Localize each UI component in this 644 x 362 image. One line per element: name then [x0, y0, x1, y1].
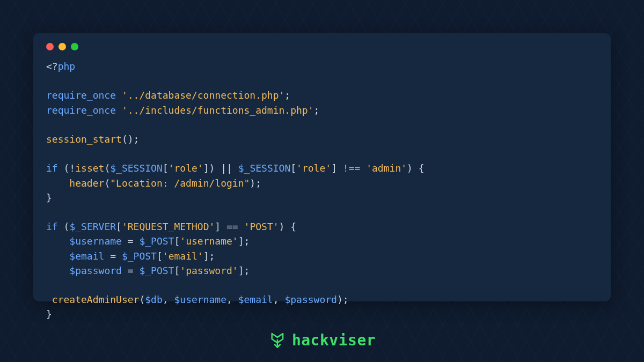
require-keyword: require_once	[46, 105, 116, 116]
if-keyword: if	[46, 162, 58, 174]
require-keyword: require_once	[46, 90, 116, 101]
post-var: $_POST	[139, 235, 174, 247]
password-var: $password	[69, 265, 122, 276]
close-icon[interactable]	[46, 43, 54, 50]
equal-operator: ==	[226, 221, 238, 232]
if-keyword: if	[46, 221, 58, 232]
php-keyword: php	[58, 61, 76, 72]
create-admin-call: createAdminUser	[52, 294, 140, 305]
maximize-icon[interactable]	[71, 43, 78, 50]
post-var: $_POST	[139, 265, 174, 276]
minimize-icon[interactable]	[58, 43, 66, 50]
brand-name: hackviser	[292, 331, 376, 349]
session-var: $_SESSION	[110, 162, 163, 174]
isset-call: isset	[75, 162, 104, 174]
code-block: <?php require_once '../database/connecti…	[46, 59, 598, 322]
not-equal-operator: !==	[343, 162, 361, 174]
require-path: ../database/connection.php	[128, 90, 279, 101]
require-path: ../includes/functions_admin.php	[128, 105, 308, 116]
server-var: $_SERVER	[69, 221, 116, 232]
hackviser-icon	[268, 331, 287, 349]
username-var: $username	[69, 235, 122, 247]
post-var: $_POST	[122, 250, 157, 262]
email-var: $email	[69, 250, 104, 262]
header-call: header	[69, 178, 104, 189]
brand-logo: hackviser	[268, 331, 376, 349]
window-controls	[46, 43, 598, 50]
session-var: $_SESSION	[238, 162, 291, 174]
header-string: Location: /admin/login	[116, 178, 244, 189]
code-window: <?php require_once '../database/connecti…	[33, 33, 611, 301]
function-call: session_start	[46, 134, 122, 145]
php-open-tag: <?	[46, 61, 58, 72]
